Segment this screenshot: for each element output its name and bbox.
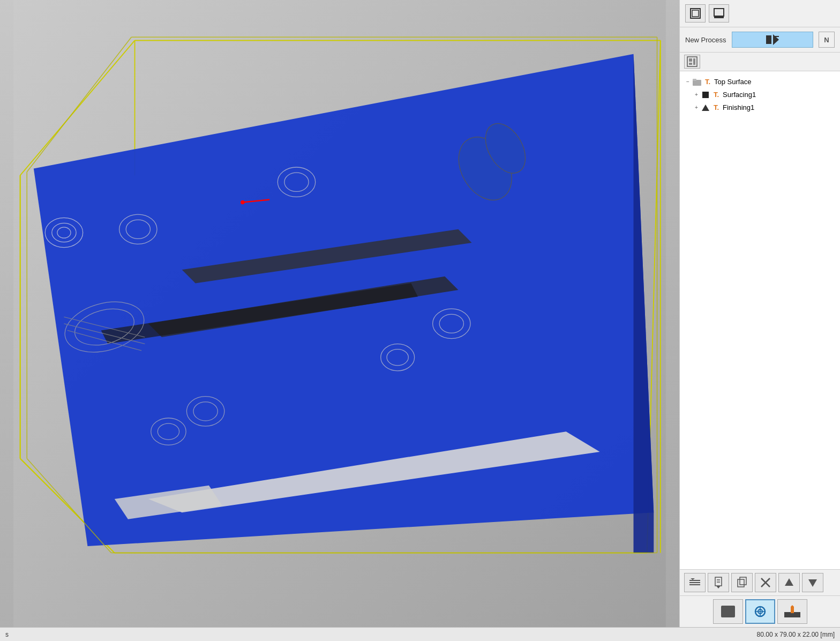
status-bar: s 80.00 x 79.00 x 22.00 [mm] bbox=[0, 627, 840, 641]
simulation-view-button[interactable] bbox=[745, 599, 775, 624]
tool-icon-finishing1: T. bbox=[712, 103, 721, 112]
tree-toolbar bbox=[680, 53, 840, 71]
tree-item-surfacing1[interactable]: + T. Surfacing1 bbox=[682, 88, 838, 101]
svg-rect-53 bbox=[766, 35, 771, 44]
square-icon-surfacing1 bbox=[701, 91, 710, 99]
right-panel: New Process N bbox=[679, 0, 840, 627]
svg-marker-65 bbox=[691, 578, 695, 580]
tool-setting-button[interactable] bbox=[708, 573, 729, 592]
tree-item-finishing1[interactable]: + T. Finishing1 bbox=[682, 101, 838, 114]
tree-item-top-surface[interactable]: − T. Top Surface bbox=[682, 76, 838, 88]
svg-rect-76 bbox=[721, 606, 735, 617]
solid-view-button[interactable] bbox=[713, 599, 743, 624]
copy-button[interactable] bbox=[731, 573, 753, 592]
folder-icon-top-surface bbox=[693, 78, 701, 86]
status-left: s bbox=[5, 631, 9, 638]
svg-rect-58 bbox=[689, 63, 692, 65]
svg-marker-67 bbox=[716, 586, 721, 588]
svg-rect-52 bbox=[714, 16, 724, 18]
move-up-button[interactable] bbox=[778, 573, 800, 592]
tool-icon-top-surface: T. bbox=[703, 78, 712, 86]
move-down-button[interactable] bbox=[802, 573, 823, 592]
svg-marker-83 bbox=[791, 605, 794, 607]
tree-area[interactable]: − T. Top Surface + T. Surfacing1 bbox=[680, 71, 840, 569]
svg-point-42 bbox=[241, 200, 245, 205]
new-process-label: New Process bbox=[685, 36, 726, 44]
expand-icon-finishing1[interactable]: + bbox=[693, 104, 700, 111]
bottom-toolbar bbox=[680, 569, 840, 595]
hatch-button[interactable] bbox=[684, 573, 706, 592]
status-dimensions: 80.00 x 79.00 x 22.00 [mm] bbox=[757, 631, 835, 638]
svg-marker-74 bbox=[785, 578, 793, 586]
svg-marker-75 bbox=[808, 579, 817, 587]
svg-rect-51 bbox=[714, 9, 724, 16]
very-bottom-row bbox=[680, 595, 840, 627]
new-process-n-button[interactable]: N bbox=[819, 32, 835, 48]
tree-label-top-surface: Top Surface bbox=[713, 77, 751, 87]
new-process-button[interactable] bbox=[732, 32, 813, 48]
viewport-3d[interactable] bbox=[0, 0, 679, 627]
svg-rect-70 bbox=[738, 579, 744, 587]
tree-label-surfacing1: Surfacing1 bbox=[722, 90, 756, 100]
tree-toolbar-btn[interactable] bbox=[684, 55, 700, 69]
machining-view-button[interactable] bbox=[777, 599, 807, 624]
svg-rect-57 bbox=[689, 58, 692, 62]
delete-button[interactable] bbox=[755, 573, 776, 592]
main-container: New Process N bbox=[0, 0, 840, 627]
svg-rect-59 bbox=[693, 58, 695, 65]
right-toolbar-top bbox=[680, 0, 840, 27]
svg-rect-66 bbox=[715, 577, 722, 586]
tree-label-finishing1: Finishing1 bbox=[722, 102, 754, 113]
view-btn-1[interactable] bbox=[685, 4, 706, 23]
expand-icon-top-surface[interactable]: − bbox=[684, 78, 692, 86]
triangle-icon-finishing1 bbox=[701, 103, 710, 112]
svg-rect-82 bbox=[791, 607, 794, 613]
expand-icon-surfacing1[interactable]: + bbox=[693, 91, 700, 99]
tool-icon-surfacing1: T. bbox=[712, 91, 721, 99]
view-btn-2[interactable] bbox=[709, 4, 729, 23]
svg-rect-61 bbox=[693, 79, 696, 81]
new-process-row: New Process N bbox=[680, 27, 840, 53]
svg-rect-50 bbox=[692, 10, 699, 17]
svg-rect-71 bbox=[740, 577, 746, 585]
